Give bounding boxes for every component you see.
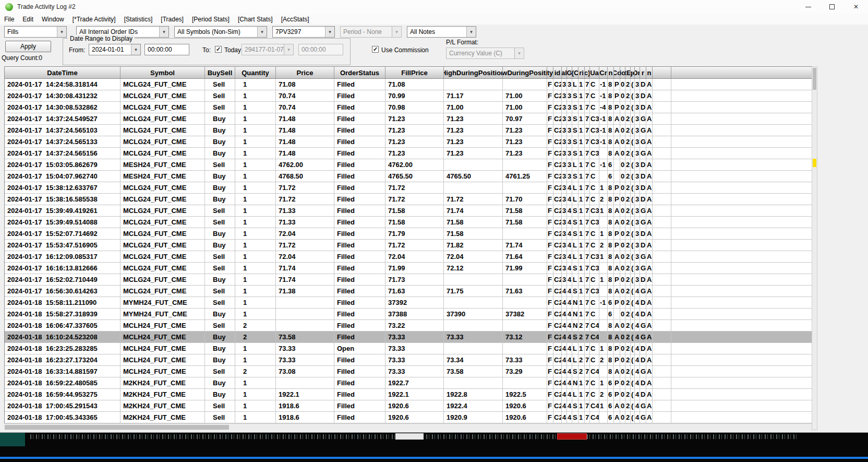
apply-button[interactable]: Apply: [5, 41, 51, 52]
table-row[interactable]: 2024-01-17 16:56:30.614263MCLG24_FUT_CME…: [5, 286, 812, 297]
table-row[interactable]: 2024-01-17 14:24:58.318144MCLG24_FUT_CME…: [5, 79, 812, 90]
column-header[interactable]: BuySell: [205, 67, 235, 78]
table-cell: 73.33: [276, 343, 334, 354]
table-row[interactable]: 2024-01-17 16:16:13.812666MCLG24_FUT_CME…: [5, 263, 812, 274]
grid-header: DateTimeSymbolBuySellQuantityPriceOrderS…: [4, 66, 812, 79]
column-header[interactable]: LowDuringPosition: [503, 67, 547, 78]
close-button[interactable]: ✕: [844, 0, 868, 14]
menu-item-accstats[interactable]: [AccStats]: [277, 16, 314, 23]
column-header[interactable]: G: [567, 67, 572, 78]
horizontal-scrollbar[interactable]: [4, 423, 812, 430]
menu-item-periodstats[interactable]: [Period Stats]: [188, 16, 234, 23]
menu-item-chartstats[interactable]: [Chart Stats]: [234, 16, 277, 23]
menu-item-window[interactable]: Window: [38, 16, 68, 23]
table-row[interactable]: 2024-01-17 16:52:02.710449MCLG24_FUT_CME…: [5, 274, 812, 286]
table-cell: 3: [562, 159, 567, 170]
table-cell: 3: [567, 171, 572, 182]
column-header[interactable]: [653, 67, 671, 78]
column-header[interactable]: DateTime: [5, 67, 120, 78]
column-header[interactable]: n: [646, 67, 653, 78]
table-row[interactable]: 2024-01-18 17:00:45.291543M2KH24_FUT_CME…: [5, 400, 812, 412]
table-row[interactable]: 2024-01-17 16:12:09.085317MCLG24_FUT_CME…: [5, 251, 812, 263]
vertical-scrollbar[interactable]: [812, 66, 817, 430]
today-checkbox[interactable]: ✓: [215, 46, 222, 53]
table-row[interactable]: 2024-01-18 15:58:27.318939MYMH24_FUT_CME…: [5, 309, 812, 320]
table-row[interactable]: 2024-01-17 14:30:08.532862MCLG24_FUT_CME…: [5, 102, 812, 113]
table-row[interactable]: 2024-01-17 15:38:12.633767MCLG24_FUT_CME…: [5, 182, 812, 194]
period-select[interactable]: Period - None ▾: [340, 26, 402, 38]
column-header[interactable]: Quantity: [235, 67, 276, 78]
column-header[interactable]: FillPrice: [385, 67, 444, 78]
table-cell: A: [646, 286, 653, 297]
minimize-button[interactable]: [796, 0, 820, 14]
table-row[interactable]: 2024-01-17 15:39:49.514088MCLG24_FUT_CME…: [5, 217, 812, 228]
table-cell: G: [640, 148, 646, 159]
table-row[interactable]: 2024-01-18 16:33:14.881597MCLH24_FUT_CME…: [5, 366, 812, 377]
table-cell: 2024-01-17 14:37:24.549527: [5, 113, 120, 124]
column-header[interactable]: On: [635, 67, 640, 78]
menu-item-trades[interactable]: [Trades]: [156, 16, 188, 23]
table-row[interactable]: 2024-01-18 16:10:24.523208MCLH24_FUT_CME…: [5, 331, 812, 343]
table-cell: (: [631, 286, 635, 297]
symbols-select[interactable]: All Symbols (Non-Sim) ▾: [174, 26, 267, 38]
table-row[interactable]: 2024-01-17 15:52:07.714692MCLG24_FUT_CME…: [5, 228, 812, 240]
column-header[interactable]: Symbol: [120, 67, 205, 78]
column-header[interactable]: HighDuringPosition: [444, 67, 503, 78]
table-row[interactable]: 2024-01-17 14:30:08.431232MCLG24_FUT_CME…: [5, 90, 812, 102]
table-row[interactable]: 2024-01-18 16:23:27.173204MCLH24_FUT_CME…: [5, 354, 812, 366]
column-header[interactable]: tE: [625, 67, 631, 78]
to-time-field[interactable]: 00:00:00: [298, 44, 343, 55]
table-row[interactable]: 2024-01-18 15:58:11.211090MYMH24_FUT_CME…: [5, 297, 812, 309]
notes-select[interactable]: All Notes ▾: [407, 26, 476, 38]
table-row[interactable]: 2024-01-17 15:53:47.516905MCLG24_FUT_CME…: [5, 240, 812, 251]
table-row[interactable]: 2024-01-17 15:39:49.419261MCLG24_FUT_CME…: [5, 205, 812, 217]
column-header[interactable]: Cr: [599, 67, 608, 78]
vertical-scrollbar-thumb[interactable]: [813, 68, 816, 90]
table-row[interactable]: 2024-01-17 14:37:24.565156MCLG24_FUT_CME…: [5, 148, 812, 159]
table-row[interactable]: 2024-01-17 14:37:24.565133MCLG24_FUT_CME…: [5, 136, 812, 148]
from-date-select[interactable]: 2024-01-01 ▾: [89, 44, 141, 55]
column-header[interactable]: r: [640, 67, 646, 78]
column-header[interactable]: (C: [572, 67, 578, 78]
table-cell: 72.04: [276, 228, 334, 239]
column-header[interactable]: io: [620, 67, 625, 78]
column-header[interactable]: Price: [276, 67, 334, 78]
use-commission-checkbox[interactable]: ✓: [372, 46, 379, 53]
table-row[interactable]: 2024-01-17 15:03:05.862679MESH24_FUT_CME…: [5, 159, 812, 171]
table-cell: F: [547, 354, 553, 365]
table-cell: F: [547, 377, 553, 388]
column-header[interactable]: ge: [631, 67, 635, 78]
column-header[interactable]: n: [608, 67, 614, 78]
table-row[interactable]: 2024-01-18 16:06:47.337605MCLH24_FUT_CME…: [5, 320, 812, 331]
column-header[interactable]: Co: [614, 67, 620, 78]
menu-item-file[interactable]: File: [0, 16, 18, 23]
column-header[interactable]: ty: [547, 67, 553, 78]
column-header[interactable]: Ua: [590, 67, 599, 78]
menu-item-statistics[interactable]: [Statistics]: [120, 16, 157, 23]
table-row[interactable]: 2024-01-17 15:04:07.962740MESH24_FUT_CME…: [5, 171, 812, 182]
table-row[interactable]: 2024-01-17 14:37:24.565103MCLG24_FUT_CME…: [5, 125, 812, 136]
column-header[interactable]: ri: [578, 67, 585, 78]
table-row[interactable]: 2024-01-18 16:23:25.283285MCLH24_FUT_CME…: [5, 343, 812, 354]
table-row[interactable]: 2024-01-18 17:00:45.343365M2KH24_FUT_CME…: [5, 412, 812, 423]
to-date-select[interactable]: 294177-01-07 ▾: [242, 44, 294, 55]
account-select[interactable]: 7PV3297 ▾: [272, 26, 335, 38]
menu-item-edit[interactable]: Edit: [18, 16, 38, 23]
table-cell: 2024-01-18 16:23:25.283285: [5, 343, 120, 354]
column-header[interactable]: c): [585, 67, 590, 78]
table-row[interactable]: 2024-01-18 16:59:44.953275M2KH24_FUT_CME…: [5, 389, 812, 400]
column-header[interactable]: al: [562, 67, 567, 78]
pl-format-select[interactable]: Currency Value (C) ▾: [446, 48, 524, 59]
from-time-field[interactable]: 00:00:00: [144, 44, 189, 55]
table-cell: Filled: [334, 113, 385, 124]
filter-type-select[interactable]: Fills ▾: [4, 26, 67, 38]
horizontal-scrollbar-thumb[interactable]: [5, 425, 229, 430]
table-row[interactable]: 2024-01-18 16:59:22.480585M2KH24_FUT_CME…: [5, 377, 812, 389]
column-header[interactable]: OrderStatus: [334, 67, 385, 78]
table-row[interactable]: 2024-01-17 15:38:16.585538MCLG24_FUT_CME…: [5, 194, 812, 205]
column-header[interactable]: id: [553, 67, 562, 78]
table-cell: D: [640, 194, 646, 205]
menu-item-tradeactivity[interactable]: [*Trade Activity]: [68, 16, 120, 23]
table-row[interactable]: 2024-01-17 14:37:24.549527MCLG24_FUT_CME…: [5, 113, 812, 125]
maximize-button[interactable]: [820, 0, 844, 14]
